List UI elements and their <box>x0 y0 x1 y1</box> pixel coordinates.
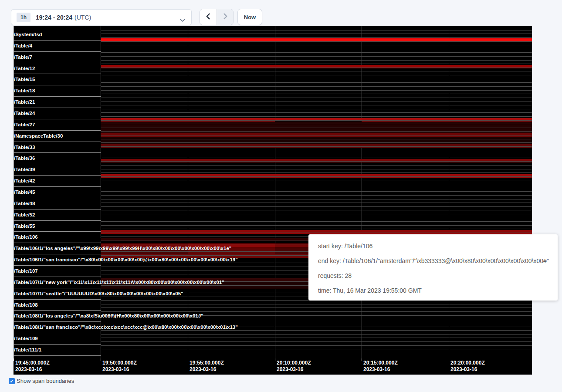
chevron-left-icon <box>205 13 212 21</box>
span-label: /System/tsd <box>14 32 42 37</box>
span-boundary-line <box>101 90 532 91</box>
time-axis-label: 19:45:00.000Z2023-03-16 <box>15 360 50 373</box>
span-boundary-line <box>101 184 532 184</box>
span-label: /Table/109 <box>14 336 38 341</box>
span-boundary-line <box>101 304 532 304</box>
span-boundary-line <box>101 52 532 53</box>
time-range-select[interactable]: 1h 19:24 - 20:24 (UTC) <box>11 9 192 25</box>
span-label-line <box>14 186 101 187</box>
span-label: /Table/4 <box>14 43 32 48</box>
span-label: /Table/106/1/"san francisco"/"\x80\x00\x… <box>14 257 238 262</box>
time-axis-tick <box>188 358 188 361</box>
span-label: /Table/107 <box>14 268 38 274</box>
range-duration-badge: 1h <box>17 13 30 22</box>
span-boundary-line <box>101 131 532 132</box>
chevron-right-icon <box>222 13 228 21</box>
span-boundary-line <box>101 45 532 45</box>
span-boundary-line <box>101 71 532 71</box>
time-axis-tick <box>101 358 101 361</box>
span-boundary-line <box>101 142 532 143</box>
span-boundary-line <box>101 161 532 162</box>
span-boundary-line <box>101 94 532 94</box>
time-gridline <box>362 26 362 358</box>
span-label: /Table/107/1/"seattle"/"UUUUUUD\x00\x80\… <box>14 291 183 296</box>
span-label-line <box>14 288 101 288</box>
span-label-line <box>14 231 101 232</box>
span-label-line <box>14 321 101 322</box>
span-boundary-line <box>101 68 532 68</box>
span-boundary-line <box>101 191 532 192</box>
span-label: /Table/12 <box>14 66 35 71</box>
span-boundary-line <box>101 34 532 34</box>
span-label: /Table/108 <box>14 302 38 308</box>
span-label-line <box>14 29 101 29</box>
heat-band <box>101 137 532 144</box>
time-axis-label: 19:50:00.000Z2023-03-16 <box>102 360 137 373</box>
span-label: /Table/7 <box>14 54 32 60</box>
heat-band <box>101 159 532 163</box>
span-boundary-line <box>101 109 532 109</box>
range-timezone: (UTC) <box>74 14 91 21</box>
time-axis-tick <box>362 358 362 361</box>
span-boundary-line <box>101 172 532 173</box>
time-gridline <box>188 26 188 358</box>
span-label-line <box>14 265 101 266</box>
span-boundary-line <box>101 180 532 180</box>
span-boundary-line <box>101 37 532 38</box>
span-label: /Table/111/1 <box>14 347 41 352</box>
span-boundary-line <box>101 210 532 210</box>
span-boundary-line <box>101 214 532 214</box>
span-label-line <box>14 96 101 97</box>
span-boundary-line <box>101 30 532 30</box>
key-visualizer-page: 1h 19:24 - 20:24 (UTC) Now /System/tsd/T… <box>0 0 562 392</box>
span-boundary-line <box>101 98 532 98</box>
span-boundary-line <box>101 79 532 79</box>
time-axis-tick <box>449 358 449 361</box>
span-label-line <box>14 108 101 108</box>
span-label: /Table/52 <box>14 212 35 217</box>
hover-tooltip: start key: /Table/106 end key: /Table/10… <box>308 234 558 301</box>
span-label: /Table/36 <box>14 155 35 161</box>
span-boundary-line <box>101 229 532 229</box>
span-label-line <box>14 130 101 131</box>
show-span-boundaries-label[interactable]: Show span boundaries <box>17 378 74 384</box>
next-time-button[interactable] <box>217 9 233 25</box>
footer-controls: ✓ Show span boundaries <box>9 378 74 384</box>
span-boundary-line <box>101 60 532 61</box>
time-axis-label: 20:10:00.000Z2023-03-16 <box>277 360 311 373</box>
span-boundary-line <box>101 169 532 169</box>
time-nav-group <box>200 9 234 25</box>
span-label-line <box>14 355 101 356</box>
span-boundary-line <box>101 116 532 117</box>
span-boundary-line <box>101 165 532 166</box>
span-label: /Table/45 <box>14 189 35 195</box>
span-boundary-line <box>101 105 532 105</box>
span-boundary-line <box>101 64 532 64</box>
span-label-line <box>14 310 101 311</box>
span-boundary-line <box>101 334 532 335</box>
span-label-line <box>14 254 101 254</box>
span-label: /Table/18 <box>14 88 35 93</box>
span-boundary-line <box>101 323 532 323</box>
span-boundary-line <box>101 345 532 346</box>
span-boundary-line <box>101 41 532 42</box>
span-boundary-line <box>101 319 532 319</box>
span-boundary-line <box>101 120 532 121</box>
span-label-line <box>14 344 101 345</box>
now-button[interactable]: Now <box>237 9 262 25</box>
span-label: /Table/106/1/"los angeles"/"\x99\x99\x99… <box>14 246 231 251</box>
time-gridline <box>101 26 101 358</box>
span-label: /Table/27 <box>14 122 35 127</box>
tooltip-requests: requests: 28 <box>318 271 558 280</box>
span-label-line <box>14 85 101 85</box>
span-boundary-line <box>101 330 532 331</box>
span-label: /Table/39 <box>14 167 35 172</box>
time-gridline <box>449 26 449 358</box>
tooltip-start-key: start key: /Table/106 <box>318 242 558 251</box>
span-boundary-line <box>101 56 532 57</box>
heatmap-canvas[interactable]: /System/tsd/Table/4/Table/7/Table/12/Tab… <box>14 26 532 375</box>
range-text: 19:24 - 20:24 <box>36 14 72 21</box>
prev-time-button[interactable] <box>200 9 217 25</box>
time-axis-tick <box>275 358 275 361</box>
show-span-boundaries-checkbox[interactable]: ✓ <box>9 378 15 384</box>
